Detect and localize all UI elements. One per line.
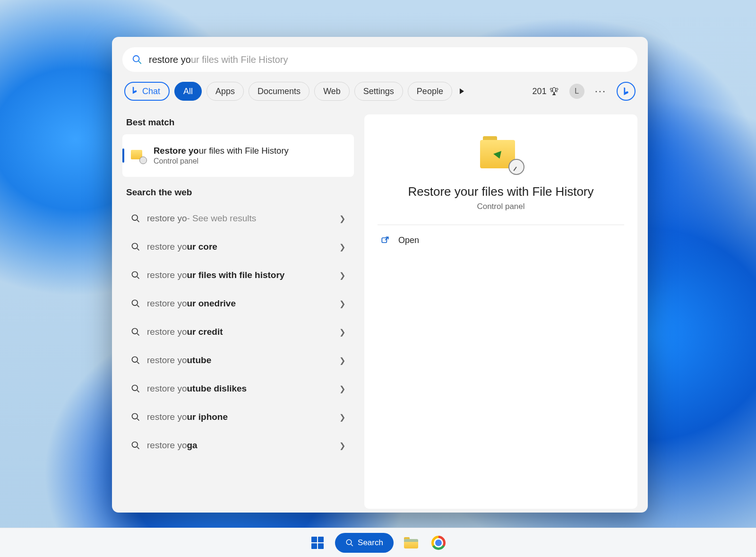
search-icon — [131, 299, 140, 308]
svg-point-6 — [132, 272, 138, 278]
filter-settings-label: Settings — [363, 87, 394, 96]
web-result[interactable]: restore yo - See web results❯ — [122, 204, 354, 233]
web-result[interactable]: restore your core❯ — [122, 233, 354, 261]
results-column: Best match Restore yo ur files with File… — [122, 114, 354, 509]
search-web-heading: Search the web — [126, 187, 350, 198]
open-icon — [380, 235, 390, 245]
filter-more-button[interactable] — [457, 82, 467, 101]
svg-point-10 — [132, 329, 138, 334]
search-input[interactable]: restore yo ur files with File History — [149, 54, 288, 65]
web-result[interactable]: restore your onedrive❯ — [122, 289, 354, 318]
avatar-initial: L — [575, 87, 579, 96]
filter-apps-label: Apps — [215, 87, 235, 96]
filter-chat[interactable]: Chat — [124, 82, 170, 101]
search-autocomplete-text: ur files with File History — [191, 54, 288, 65]
chevron-right-icon: ❯ — [339, 384, 345, 393]
chevron-right-icon: ❯ — [339, 271, 345, 280]
search-icon — [131, 412, 140, 422]
filter-documents[interactable]: Documents — [249, 82, 309, 101]
web-result-label: restore your iphone — [147, 412, 228, 422]
search-typed-text: restore yo — [149, 54, 191, 65]
svg-point-2 — [132, 215, 138, 221]
svg-line-15 — [137, 390, 139, 392]
search-icon — [131, 327, 140, 337]
svg-line-17 — [137, 418, 139, 420]
web-result[interactable]: restore your files with file history❯ — [122, 261, 354, 289]
search-icon — [131, 242, 140, 252]
filter-all[interactable]: All — [174, 82, 202, 101]
filter-row: Chat All Apps Documents Web Settings Peo… — [122, 79, 637, 105]
chevron-right-icon: ❯ — [339, 214, 345, 223]
web-result-label: restore yoga — [147, 440, 198, 451]
svg-line-11 — [137, 333, 139, 335]
more-options-button[interactable]: ··· — [595, 85, 606, 97]
svg-point-12 — [132, 357, 138, 363]
filter-web-label: Web — [323, 87, 341, 96]
web-result-label: restore youtube — [147, 355, 211, 366]
web-result[interactable]: restore youtube❯ — [122, 346, 354, 374]
taskbar-explorer-button[interactable] — [401, 533, 421, 553]
file-explorer-icon — [404, 537, 418, 548]
file-history-large-icon — [480, 136, 522, 173]
chevron-right-icon: ❯ — [339, 243, 345, 252]
start-button[interactable] — [308, 533, 327, 553]
taskbar: Search — [0, 528, 756, 557]
svg-line-13 — [137, 362, 139, 364]
svg-line-3 — [137, 220, 139, 222]
file-history-icon — [131, 148, 146, 163]
filter-web[interactable]: Web — [314, 82, 350, 101]
search-icon — [131, 214, 140, 223]
filter-people-label: People — [417, 87, 443, 96]
best-match-heading: Best match — [126, 117, 350, 128]
web-result[interactable]: restore yoga❯ — [122, 431, 354, 460]
svg-point-14 — [132, 385, 138, 391]
chevron-right-icon: ❯ — [339, 299, 345, 308]
taskbar-chrome-button[interactable] — [429, 533, 448, 553]
svg-line-19 — [137, 447, 139, 449]
chevron-right-icon: ❯ — [339, 441, 345, 450]
bing-chat-icon — [621, 86, 631, 96]
search-bar[interactable]: restore yo ur files with File History — [122, 47, 637, 72]
filter-all-label: All — [183, 87, 193, 96]
svg-line-22 — [351, 544, 353, 546]
web-result-label: restore yo - See web results — [147, 213, 256, 224]
search-icon — [132, 54, 142, 65]
search-flyout: restore yo ur files with File History Ch… — [112, 37, 648, 513]
svg-line-5 — [137, 248, 139, 250]
preview-panel: Restore your files with File History Con… — [364, 114, 637, 509]
web-result[interactable]: restore youtube dislikes❯ — [122, 374, 354, 403]
filter-documents-label: Documents — [258, 87, 301, 96]
web-result-label: restore your credit — [147, 327, 223, 337]
web-result-label: restore your onedrive — [147, 298, 236, 309]
web-result-label: restore your core — [147, 242, 217, 252]
filter-people[interactable]: People — [408, 82, 452, 101]
best-match-subtitle: Control panel — [154, 157, 289, 165]
preview-subtitle: Control panel — [477, 202, 524, 211]
web-result[interactable]: restore your credit❯ — [122, 318, 354, 346]
chevron-right-icon: ❯ — [339, 356, 345, 365]
filter-apps[interactable]: Apps — [206, 82, 244, 101]
taskbar-search-button[interactable]: Search — [335, 533, 394, 553]
svg-point-18 — [132, 442, 138, 448]
search-icon — [345, 539, 354, 547]
web-result[interactable]: restore your iphone❯ — [122, 403, 354, 431]
filter-settings[interactable]: Settings — [354, 82, 403, 101]
search-icon — [131, 270, 140, 280]
web-result-label: restore your files with file history — [147, 270, 284, 280]
best-match-title-rest: ur files with File History — [199, 146, 289, 156]
windows-logo-icon — [311, 537, 324, 549]
search-icon — [131, 356, 140, 365]
best-match-result[interactable]: Restore yo ur files with File History Co… — [122, 134, 354, 177]
svg-point-21 — [346, 540, 352, 545]
best-match-title-typed: Restore yo — [154, 146, 199, 156]
rewards-button[interactable]: 201 🏆︎ — [533, 86, 559, 97]
svg-line-9 — [137, 305, 139, 307]
rewards-count: 201 — [533, 87, 547, 96]
chevron-right-icon: ❯ — [339, 413, 345, 422]
svg-point-4 — [132, 244, 138, 249]
open-action[interactable]: Open — [378, 225, 624, 255]
account-avatar[interactable]: L — [569, 84, 584, 99]
open-bing-chat-button[interactable] — [617, 82, 636, 101]
svg-line-1 — [138, 61, 141, 63]
search-icon — [131, 384, 140, 393]
